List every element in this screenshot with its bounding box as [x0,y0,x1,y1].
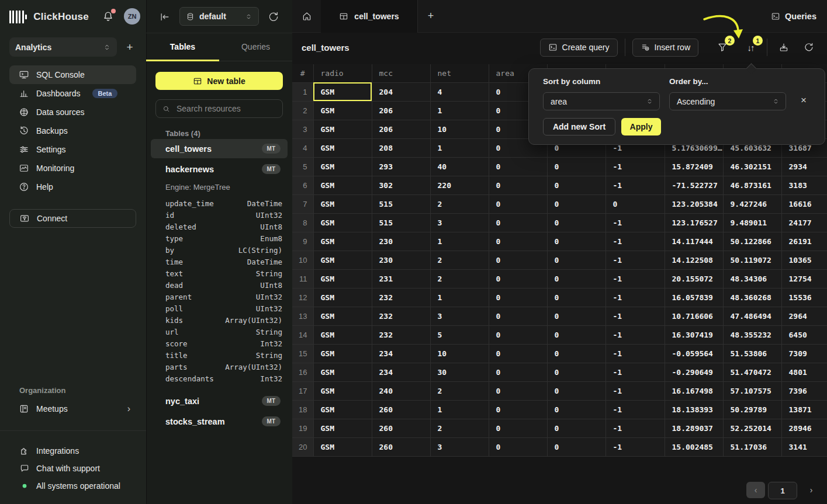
grid-cell[interactable]: 123.205384 [665,194,723,213]
connect-button[interactable]: Connect [9,209,136,228]
grid-cell[interactable]: 0 [605,194,665,213]
grid-cell[interactable]: 0 [547,269,605,288]
grid-cell[interactable]: 10 [430,120,489,138]
grid-cell[interactable]: 20.155072 [665,269,723,288]
grid-cell[interactable]: -1 [605,307,665,325]
grid-cell[interactable]: 3 [430,213,489,232]
grid-cell[interactable]: 0 [547,344,605,363]
grid-cell[interactable]: 0 [489,344,547,363]
grid-cell[interactable]: 1 [430,101,489,120]
avatar[interactable]: ZN [124,8,140,25]
grid-cell[interactable]: GSM [313,344,372,363]
add-new-sort-button[interactable]: Add new Sort [543,118,615,135]
grid-cell[interactable]: 2934 [781,157,827,176]
grid-cell[interactable]: 6450 [781,325,827,344]
sidebar-item-meetups[interactable]: Meetups › [9,399,136,418]
grid-cell[interactable]: -1 [605,251,665,269]
grid-cell[interactable]: 0 [489,400,547,419]
grid-cell[interactable]: 0 [489,157,547,176]
grid-cell[interactable]: 48.355232 [723,325,781,344]
grid-cell[interactable]: 0 [547,213,605,232]
grid-cell[interactable]: 15.872409 [665,157,723,176]
grid-cell[interactable]: GSM [313,101,372,120]
grid-cell[interactable]: 515 [372,194,430,213]
grid-cell[interactable]: 0 [547,157,605,176]
grid-cell[interactable]: GSM [313,307,372,325]
grid-cell[interactable]: GSM [313,157,372,176]
grid-cell[interactable]: 50.29789 [723,400,781,419]
grid-cell[interactable]: 1 [430,400,489,419]
grid-cell[interactable]: GSM [313,232,372,251]
grid-cell[interactable]: -71.522727 [665,176,723,194]
grid-cell[interactable]: GSM [313,194,372,213]
grid-cell[interactable]: 0 [489,325,547,344]
grid-cell[interactable]: 206 [372,101,430,120]
grid-cell[interactable]: 234 [372,363,430,381]
grid-cell[interactable]: -1 [605,419,665,437]
grid-cell[interactable]: 234 [372,344,430,363]
grid-cell[interactable]: -0.059564 [665,344,723,363]
grid-cell[interactable]: -1 [605,437,665,456]
sidebar-item-monitoring[interactable]: Monitoring [9,159,136,178]
grid-cell[interactable]: GSM [313,176,372,194]
grid-cell[interactable]: 40 [430,157,489,176]
database-select[interactable]: default [179,7,259,26]
grid-cell[interactable]: 208 [372,138,430,157]
grid-cell[interactable]: 232 [372,325,430,344]
grid-cell[interactable]: -1 [605,325,665,344]
grid-cell[interactable]: 0 [489,363,547,381]
grid-cell[interactable]: GSM [313,437,372,456]
add-workspace-button[interactable]: + [123,41,137,54]
tab-cell-towers[interactable]: cell_towers [321,0,418,33]
refresh-button[interactable] [801,40,816,55]
new-table-button[interactable]: New table [155,72,283,90]
insert-row-button[interactable]: Insert row [632,39,698,57]
grid-cell[interactable]: 0 [489,419,547,437]
pagination-current-page[interactable]: 1 [768,482,797,499]
grid-cell[interactable]: 123.176527 [665,213,723,232]
grid-cell[interactable]: GSM [313,269,372,288]
grid-cell[interactable]: GSM [313,82,372,101]
grid-cell[interactable]: 1 [430,232,489,251]
grid-cell[interactable]: 0 [547,381,605,400]
grid-cell[interactable]: -1 [605,269,665,288]
grid-cell[interactable]: 18.289037 [665,419,723,437]
grid-cell[interactable]: GSM [313,251,372,269]
grid-cell[interactable]: GSM [313,363,372,381]
grid-cell[interactable]: 231 [372,269,430,288]
queries-button[interactable]: Queries [771,0,816,32]
sort-button[interactable]: ↓↑ 1 [743,40,758,55]
grid-cell[interactable]: 515 [372,213,430,232]
grid-cell[interactable]: 3 [430,437,489,456]
grid-cell[interactable]: 230 [372,251,430,269]
filter-button[interactable]: 2 [715,40,730,55]
grid-cell[interactable]: 0 [489,288,547,307]
sidebar-item-data-sources[interactable]: Data sources [9,103,136,121]
grid-cell[interactable]: 0 [489,307,547,325]
grid-cell[interactable]: 0 [547,288,605,307]
sort-order-select[interactable]: Ascending [669,92,786,110]
grid-cell[interactable]: 15.002485 [665,437,723,456]
grid-cell[interactable]: 51.17036 [723,437,781,456]
grid-cell[interactable]: 260 [372,437,430,456]
grid-cell[interactable]: GSM [313,213,372,232]
grid-cell[interactable]: 3 [430,307,489,325]
grid-cell[interactable]: 0 [547,176,605,194]
workspace-select[interactable]: Analytics [9,37,117,57]
grid-cell[interactable]: 12754 [781,269,827,288]
grid-cell[interactable]: 240 [372,381,430,400]
search-input[interactable] [175,103,276,114]
grid-cell[interactable]: 14.122508 [665,251,723,269]
grid-cell[interactable]: 13871 [781,400,827,419]
refresh-icon[interactable] [268,11,279,23]
grid-cell[interactable]: 232 [372,307,430,325]
grid-cell[interactable]: 10.716606 [665,307,723,325]
grid-cell[interactable]: -1 [605,232,665,251]
grid-cell[interactable]: 50.119072 [723,251,781,269]
grid-cell[interactable]: 14.117444 [665,232,723,251]
grid-cell[interactable]: 4 [430,82,489,101]
grid-cell[interactable]: -1 [605,363,665,381]
grid-cell[interactable]: 0 [489,269,547,288]
grid-cell[interactable]: 46.302151 [723,157,781,176]
grid-cell[interactable]: 16.167498 [665,381,723,400]
